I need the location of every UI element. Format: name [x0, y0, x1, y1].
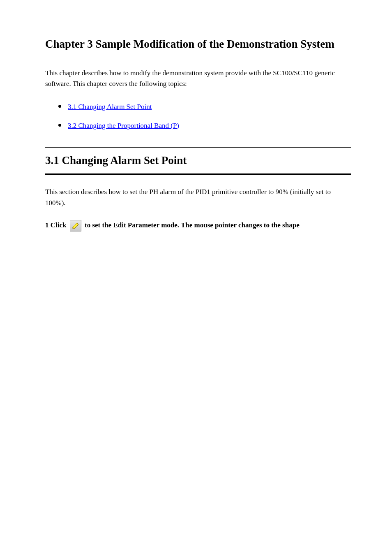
list-item: 3.2 Changing the Proportional Band (P) [68, 121, 351, 131]
section-paragraph: This section describes how to set the PH… [45, 187, 351, 208]
step-label: 1 Click [45, 221, 68, 229]
section-title: 3.1 Changing Alarm Set Point [45, 153, 351, 168]
link-section-3-2[interactable]: 3.2 Changing the Proportional Band (P) [68, 122, 179, 130]
topic-list: 3.1 Changing Alarm Set Point 3.2 Changin… [45, 102, 351, 131]
edit-parameter-button[interactable] [70, 220, 81, 231]
list-item: 3.1 Changing Alarm Set Point [68, 102, 351, 112]
section-divider-bottom [45, 173, 351, 175]
link-section-3-1[interactable]: 3.1 Changing Alarm Set Point [68, 103, 152, 111]
step-text: to set the Edit Parameter mode. The mous… [85, 221, 300, 229]
chapter-title: Chapter 3 Sample Modification of the Dem… [45, 37, 351, 51]
section-divider-top [45, 147, 351, 148]
intro-paragraph: This chapter describes how to modify the… [45, 68, 351, 90]
step-1: 1 Click to set the Edit Parameter mode. … [45, 219, 351, 232]
